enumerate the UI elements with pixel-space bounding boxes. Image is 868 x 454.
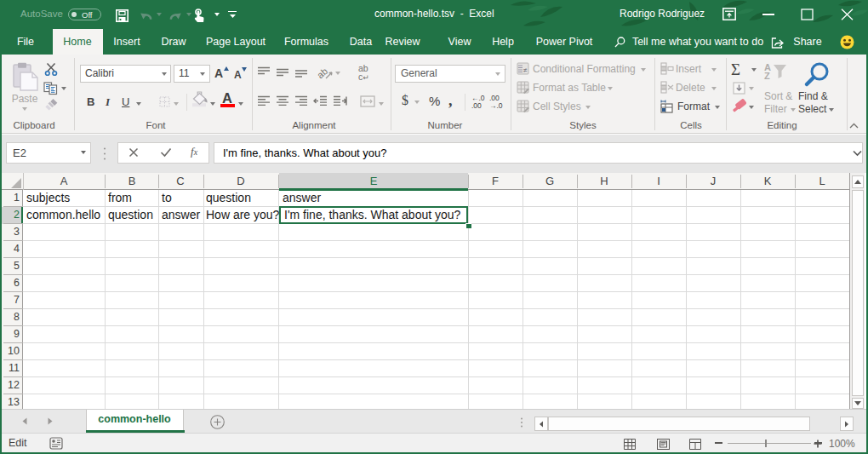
- svg-text:≠: ≠: [523, 66, 528, 74]
- svg-text:ab: ab: [317, 66, 329, 80]
